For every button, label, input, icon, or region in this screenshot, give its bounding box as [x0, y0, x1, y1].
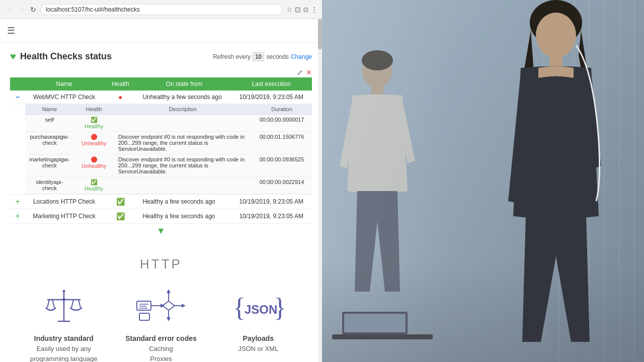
health-unhealthy: 🔴 Unhealthy: [78, 156, 110, 169]
workflow-icon: [136, 287, 186, 327]
svg-marker-19: [167, 289, 171, 293]
col-health: Health: [103, 77, 137, 90]
svg-line-3: [52, 300, 54, 308]
sub-col-desc: Description: [114, 104, 252, 115]
sub-check-name: purchaseapigw-check: [25, 132, 74, 154]
table-row: − WebMVC HTTP Check ● Unhealthy a few se…: [10, 90, 312, 104]
health-label: Healthy: [85, 186, 103, 192]
check-last-exec: 10/19/2019, 9:23:05 AM: [230, 90, 312, 104]
feature-sub-label-1: Caching: [125, 344, 197, 354]
main-table: Name Health On state from Last execution…: [10, 77, 312, 224]
health-healthy: ✅ Healthy: [78, 117, 110, 129]
table-row: + Locations HTTP Check ✅ Healthy a few s…: [10, 195, 312, 209]
svg-point-8: [62, 290, 65, 292]
sub-table: Name Health Description Duration self: [25, 104, 312, 194]
back-button[interactable]: ←: [4, 5, 15, 15]
check-on-state: Healthy a few seconds ago: [137, 209, 230, 224]
sub-check-duration: 00:00:00.0936525: [252, 154, 312, 177]
health-label: Healthy: [85, 123, 103, 129]
expand-row-button[interactable]: −: [16, 93, 20, 101]
browser-chrome: ← → ↻ localhost:5107/hc-ui#/healthchecks…: [0, 0, 322, 19]
status-icon-green: ✅: [116, 212, 125, 220]
settings-button[interactable]: ⋮: [311, 6, 318, 14]
browser-panel: ← → ↻ localhost:5107/hc-ui#/healthchecks…: [0, 0, 322, 362]
account-button[interactable]: ⊙: [303, 6, 309, 14]
expand-button[interactable]: ⤢: [297, 68, 303, 76]
expand-row-button[interactable]: +: [15, 212, 20, 221]
health-unhealthy: 🔴 Unhealthy: [78, 134, 110, 146]
health-label: Unhealthy: [82, 140, 107, 146]
scrollbar[interactable]: [318, 19, 322, 362]
health-label: Unhealthy: [82, 163, 107, 169]
address-bar[interactable]: localhost:5107/hc-ui#/healthchecks: [40, 4, 282, 15]
svg-text:{: {: [233, 293, 246, 322]
check-name: Marketing HTTP Check: [25, 209, 103, 224]
sub-check-desc: [114, 177, 252, 194]
refresh-seconds: 10: [253, 52, 264, 61]
feature-main-label: Industry standard: [24, 333, 104, 344]
check-icon-red: 🔴: [91, 156, 98, 163]
sub-col-health: Health: [74, 104, 114, 115]
check-on-state: Unhealthy a few seconds ago: [137, 90, 230, 104]
svg-text:}: }: [274, 293, 286, 322]
feature-main-label: Payloads: [238, 333, 278, 344]
health-healthy: ✅ Healthy: [78, 179, 110, 192]
star-button[interactable]: ☆: [286, 6, 293, 14]
svg-marker-17: [182, 304, 186, 308]
check-on-state: Healthy a few seconds ago: [137, 195, 230, 209]
table-row: + Marketing HTTP Check ✅ Healthy a few s…: [10, 209, 312, 224]
svg-line-5: [78, 300, 80, 308]
svg-rect-9: [137, 301, 151, 310]
svg-line-4: [71, 300, 73, 308]
seconds-label: seconds: [266, 53, 289, 60]
health-section: ♥ Health Checks status Refresh every 10 …: [0, 43, 322, 246]
feature-item-standard: Industry standard Easily used by any pro…: [24, 287, 104, 362]
svg-text:JSON: JSON: [245, 303, 277, 316]
col-expand: [10, 77, 25, 90]
check-last-exec: 10/19/2019, 9:23:05 AM: [230, 195, 312, 209]
close-button[interactable]: ✕: [306, 68, 312, 76]
cast-button[interactable]: ⊡: [295, 6, 301, 14]
sub-check-duration: 00:00:00.0000017: [252, 115, 312, 132]
sub-col-duration: Duration: [252, 104, 312, 115]
expand-row-button[interactable]: +: [15, 197, 20, 206]
json-icon: { JSON }: [233, 287, 283, 327]
hamburger-menu[interactable]: ☰: [0, 19, 322, 43]
check-name: WebMVC HTTP Check: [25, 90, 103, 104]
browser-content[interactable]: ☰ ♥ Health Checks status Refresh every 1…: [0, 19, 322, 362]
sub-table-row: Name Health Description Duration self: [10, 104, 312, 195]
sub-check-row: purchaseapigw-check 🔴 Unhealthy Discover…: [25, 132, 312, 154]
feature-text-error-codes: Standard error codes Caching Proxies: [125, 333, 197, 362]
heart-icon: ♥: [10, 51, 16, 62]
forward-button[interactable]: →: [17, 5, 28, 15]
check-icon-red: 🔴: [91, 134, 98, 140]
sub-check-row: identityapi-check ✅ Healthy: [25, 177, 312, 194]
sub-check-row: marketingapigw-check 🔴 Unhealthy Discove…: [25, 154, 312, 177]
sub-check-desc: [114, 115, 252, 132]
col-last-exec: Last execution: [230, 77, 312, 90]
scrollbar-thumb[interactable]: [318, 19, 322, 49]
svg-line-2: [47, 300, 49, 308]
status-icon-red: ●: [118, 93, 122, 101]
feature-sub-label: Easily used by any programming language: [24, 344, 104, 362]
photo-panel: [322, 0, 644, 362]
status-icon-green: ✅: [116, 198, 125, 206]
more-indicator: ▼: [10, 224, 312, 238]
sub-check-name: self: [25, 115, 74, 132]
check-last-exec: 10/19/2019, 9:23:05 AM: [230, 209, 312, 224]
feature-text-standard: Industry standard Easily used by any pro…: [24, 333, 104, 362]
nav-buttons: ← → ↻: [4, 5, 36, 15]
sub-check-duration: 00:00:00.0022914: [252, 177, 312, 194]
refresh-row: Refresh every 10 seconds Change: [213, 52, 312, 61]
feature-main-label: Standard error codes: [125, 333, 197, 344]
photo-overlay: [322, 0, 644, 362]
reload-button[interactable]: ↻: [30, 5, 36, 15]
http-section: HTTP: [0, 246, 322, 362]
hamburger-icon: ☰: [7, 26, 15, 36]
sub-check-name: marketingapigw-check: [25, 154, 74, 177]
table-header-row: Name Health On state from Last execution: [10, 77, 312, 90]
change-link[interactable]: Change: [291, 53, 312, 60]
col-on-state: On state from: [137, 77, 230, 90]
svg-marker-22: [167, 317, 171, 321]
feature-sub-label: JSON or XML: [238, 344, 278, 354]
